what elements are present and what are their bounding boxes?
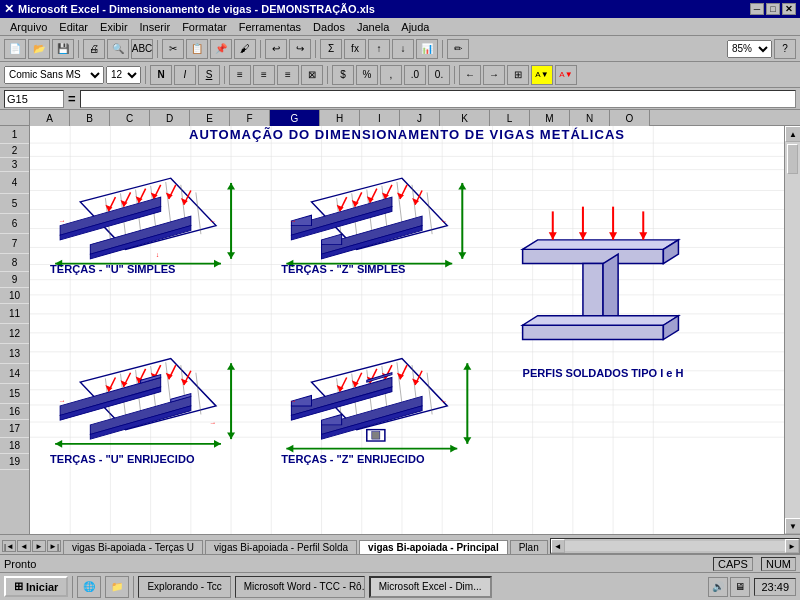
font-color-button[interactable]: A▼ <box>555 65 577 85</box>
h-scroll-track[interactable] <box>565 541 785 551</box>
row-13[interactable]: 13 <box>0 344 29 364</box>
col-D[interactable]: D <box>150 110 190 126</box>
tab-last-button[interactable]: ►| <box>47 540 61 552</box>
col-N[interactable]: N <box>570 110 610 126</box>
col-K[interactable]: K <box>440 110 490 126</box>
drawing-button[interactable]: ✏ <box>447 39 469 59</box>
scroll-down-button[interactable]: ▼ <box>785 518 800 534</box>
col-C[interactable]: C <box>110 110 150 126</box>
align-center-button[interactable]: ≡ <box>253 65 275 85</box>
format-painter[interactable]: 🖌 <box>234 39 256 59</box>
sort-desc-button[interactable]: ↓ <box>392 39 414 59</box>
zoom-select[interactable]: 85% 100% 75% <box>727 40 772 58</box>
start-button[interactable]: ⊞ Iniciar <box>4 576 68 597</box>
print-preview-button[interactable]: 🔍 <box>107 39 129 59</box>
bold-button[interactable]: N <box>150 65 172 85</box>
menu-dados[interactable]: Dados <box>307 20 351 34</box>
row-18[interactable]: 18 <box>0 438 29 454</box>
maximize-button[interactable]: □ <box>766 3 780 15</box>
row-6[interactable]: 6 <box>0 214 29 234</box>
scroll-track[interactable] <box>785 142 800 518</box>
scroll-right-button[interactable]: ► <box>785 539 799 553</box>
font-size-select[interactable]: 12 <box>106 66 141 84</box>
horizontal-scrollbar[interactable]: ◄ ► <box>550 538 800 554</box>
menu-ferramentas[interactable]: Ferramentas <box>233 20 307 34</box>
menu-formatar[interactable]: Formatar <box>176 20 233 34</box>
autosum-button[interactable]: Σ <box>320 39 342 59</box>
cut-button[interactable]: ✂ <box>162 39 184 59</box>
decrease-indent-button[interactable]: ← <box>459 65 481 85</box>
col-A[interactable]: A <box>30 110 70 126</box>
taskbar-word[interactable]: Microsoft Word - TCC - Rô... <box>235 576 365 598</box>
open-button[interactable]: 📂 <box>28 39 50 59</box>
tab-prev-button[interactable]: ◄ <box>17 540 31 552</box>
menu-editar[interactable]: Editar <box>53 20 94 34</box>
col-O[interactable]: O <box>610 110 650 126</box>
increase-indent-button[interactable]: → <box>483 65 505 85</box>
menu-inserir[interactable]: Inserir <box>134 20 177 34</box>
close-button[interactable]: ✕ <box>782 3 796 15</box>
font-name-select[interactable]: Comic Sans MS <box>4 66 104 84</box>
taskbar-folder-button[interactable]: 📁 <box>105 576 129 598</box>
row-16[interactable]: 16 <box>0 404 29 420</box>
row-15[interactable]: 15 <box>0 384 29 404</box>
row-9[interactable]: 9 <box>0 272 29 288</box>
function-button[interactable]: fx <box>344 39 366 59</box>
row-7[interactable]: 7 <box>0 234 29 254</box>
tab-next-button[interactable]: ► <box>32 540 46 552</box>
underline-button[interactable]: S <box>198 65 220 85</box>
col-E[interactable]: E <box>190 110 230 126</box>
percent-button[interactable]: % <box>356 65 378 85</box>
scroll-up-button[interactable]: ▲ <box>785 126 800 142</box>
row-3[interactable]: 3 <box>0 158 29 172</box>
row-17[interactable]: 17 <box>0 420 29 438</box>
col-M[interactable]: M <box>530 110 570 126</box>
tab-plan[interactable]: Plan <box>510 540 548 554</box>
tray-icon-1[interactable]: 🔊 <box>708 577 728 597</box>
row-19[interactable]: 19 <box>0 454 29 470</box>
taskbar-excel[interactable]: Microsoft Excel - Dim... <box>369 576 492 598</box>
spell-check-button[interactable]: ABC <box>131 39 153 59</box>
taskbar-ie-button[interactable]: 🌐 <box>77 576 101 598</box>
menu-ajuda[interactable]: Ajuda <box>395 20 435 34</box>
fill-color-button[interactable]: A▼ <box>531 65 553 85</box>
new-button[interactable]: 📄 <box>4 39 26 59</box>
row-8[interactable]: 8 <box>0 254 29 272</box>
cell-reference[interactable]: G15 <box>4 90 64 108</box>
col-J[interactable]: J <box>400 110 440 126</box>
tab-first-button[interactable]: |◄ <box>2 540 16 552</box>
row-14[interactable]: 14 <box>0 364 29 384</box>
formula-input[interactable] <box>80 90 796 108</box>
row-12[interactable]: 12 <box>0 324 29 344</box>
col-H[interactable]: H <box>320 110 360 126</box>
help-button[interactable]: ? <box>774 39 796 59</box>
scroll-left-button[interactable]: ◄ <box>551 539 565 553</box>
menu-exibir[interactable]: Exibir <box>94 20 134 34</box>
tab-vigas-perfil-solda[interactable]: vigas Bi-apoiada - Perfil Solda <box>205 540 357 554</box>
col-F[interactable]: F <box>230 110 270 126</box>
row-2[interactable]: 2 <box>0 144 29 158</box>
decrease-decimal-button[interactable]: 0. <box>428 65 450 85</box>
col-B[interactable]: B <box>70 110 110 126</box>
vertical-scrollbar[interactable]: ▲ ▼ <box>784 126 800 534</box>
tray-icon-2[interactable]: 🖥 <box>730 577 750 597</box>
taskbar-explorando[interactable]: Explorando - Tcc <box>138 576 230 598</box>
undo-button[interactable]: ↩ <box>265 39 287 59</box>
row-4[interactable]: 4 <box>0 172 29 194</box>
redo-button[interactable]: ↪ <box>289 39 311 59</box>
col-L[interactable]: L <box>490 110 530 126</box>
sort-asc-button[interactable]: ↑ <box>368 39 390 59</box>
print-button[interactable]: 🖨 <box>83 39 105 59</box>
minimize-button[interactable]: ─ <box>750 3 764 15</box>
menu-janela[interactable]: Janela <box>351 20 395 34</box>
align-left-button[interactable]: ≡ <box>229 65 251 85</box>
scroll-thumb[interactable] <box>787 144 798 174</box>
col-G[interactable]: G <box>270 110 320 126</box>
chart-button[interactable]: 📊 <box>416 39 438 59</box>
row-5[interactable]: 5 <box>0 194 29 214</box>
row-1[interactable]: 1 <box>0 126 29 144</box>
tab-vigas-tercas-u[interactable]: vigas Bi-apoiada - Terças U <box>63 540 203 554</box>
align-right-button[interactable]: ≡ <box>277 65 299 85</box>
comma-button[interactable]: , <box>380 65 402 85</box>
col-I[interactable]: I <box>360 110 400 126</box>
